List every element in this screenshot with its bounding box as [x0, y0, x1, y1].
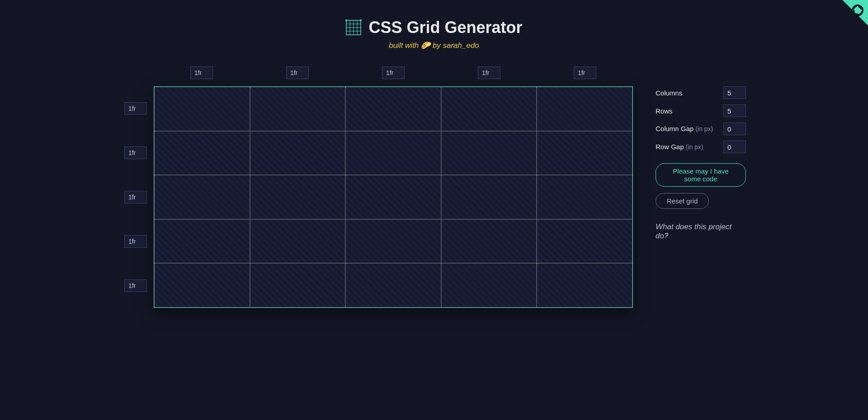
grid-cell[interactable]: [154, 87, 250, 131]
grid-cell[interactable]: [345, 263, 441, 307]
taco-emoji-icon: 🌮: [421, 41, 430, 50]
main-content: Columns Rows Column Gap (in px) Row Gap …: [0, 64, 868, 308]
grid-cell[interactable]: [154, 263, 250, 307]
grid-cell[interactable]: [345, 175, 441, 219]
grid-cell[interactable]: [537, 219, 632, 264]
grid-cell[interactable]: [250, 219, 346, 264]
grid-cell[interactable]: [250, 175, 346, 219]
columns-input[interactable]: [723, 86, 746, 99]
column-gap-label: Column Gap: [656, 125, 695, 132]
grid-cell[interactable]: [441, 87, 537, 131]
columns-label: Columns: [656, 89, 682, 97]
grid-logo-icon: [345, 19, 362, 36]
row-labels: [122, 86, 149, 308]
column-gap-label-wrap: Column Gap (in px): [656, 125, 713, 133]
help-link[interactable]: What does this project do?: [656, 222, 746, 241]
github-corner-link[interactable]: [832, 0, 868, 36]
columns-control: Columns: [656, 86, 746, 99]
column-gap-control: Column Gap (in px): [656, 123, 746, 135]
row-unit-input[interactable]: [124, 191, 147, 203]
grid-cell[interactable]: [537, 263, 632, 307]
svg-point-7: [345, 19, 347, 21]
grid-cell[interactable]: [250, 131, 346, 175]
grid-cell[interactable]: [154, 131, 250, 175]
page-title: CSS Grid Generator: [368, 18, 522, 37]
grid-cell[interactable]: [250, 87, 346, 131]
row-gap-input[interactable]: [723, 141, 746, 153]
grid-cell[interactable]: [441, 131, 537, 175]
rows-input[interactable]: [723, 104, 746, 117]
rows-label: Rows: [656, 107, 673, 115]
column-unit-input[interactable]: [190, 66, 213, 79]
grid-cell[interactable]: [537, 131, 632, 175]
subtitle: built with 🌮 by sarah_edo: [9, 41, 859, 50]
grid-canvas: [154, 86, 633, 308]
column-unit-input[interactable]: [382, 66, 405, 79]
column-gap-hint: (in px): [695, 125, 713, 132]
column-unit-input[interactable]: [286, 66, 309, 79]
subtitle-by: by: [433, 41, 443, 50]
grid-cell[interactable]: [154, 175, 250, 219]
row-unit-input[interactable]: [124, 146, 147, 159]
generate-code-button[interactable]: Please may I have some code: [656, 163, 746, 187]
row-gap-label-wrap: Row Gap (in px): [656, 143, 703, 151]
svg-point-8: [360, 19, 362, 21]
row-gap-label: Row Gap: [656, 143, 686, 151]
row-gap-hint: (in px): [686, 143, 703, 151]
subtitle-prefix: built with: [389, 41, 421, 50]
column-unit-input[interactable]: [574, 66, 596, 79]
row-gap-control: Row Gap (in px): [656, 141, 746, 153]
grid-cell[interactable]: [345, 87, 441, 131]
column-gap-input[interactable]: [723, 123, 746, 135]
grid-cell[interactable]: [441, 263, 537, 307]
row-unit-input[interactable]: [124, 279, 147, 292]
grid-cell[interactable]: [537, 175, 632, 219]
grid-editor: [122, 64, 633, 308]
row-unit-input[interactable]: [124, 102, 147, 115]
rows-control: Rows: [656, 104, 746, 117]
author-link[interactable]: sarah_edo: [443, 41, 479, 50]
grid-cell[interactable]: [345, 219, 441, 264]
grid-cell[interactable]: [345, 131, 441, 175]
row-unit-input[interactable]: [124, 235, 147, 248]
grid-cell[interactable]: [250, 263, 346, 307]
controls-panel: Columns Rows Column Gap (in px) Row Gap …: [656, 64, 746, 308]
column-unit-input[interactable]: [478, 66, 500, 79]
grid-cell[interactable]: [441, 219, 537, 264]
grid-cell[interactable]: [537, 87, 632, 131]
grid-cell[interactable]: [154, 219, 250, 264]
reset-grid-button[interactable]: Reset grid: [656, 193, 709, 209]
column-labels: [154, 64, 633, 82]
header: CSS Grid Generator built with 🌮 by sarah…: [0, 0, 868, 64]
grid-cell[interactable]: [441, 175, 537, 219]
